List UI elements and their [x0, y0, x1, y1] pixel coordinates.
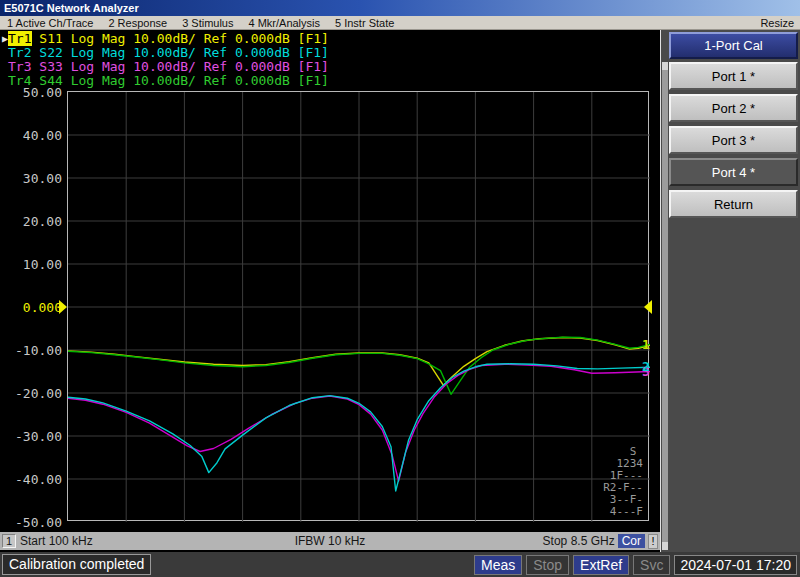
- cal-status-matrix: S 1234 1F--- R2-F-- 3--F- 4---F: [603, 446, 643, 518]
- softkey-panel: 1-Port Cal Port 1 * Port 2 * Port 3 * Po…: [660, 30, 800, 552]
- title-bar: E5071C Network Analyzer: [0, 0, 800, 16]
- softkey-port4-button[interactable]: Port 4 *: [669, 158, 798, 186]
- softkey-scrollbar[interactable]: [662, 62, 668, 550]
- analyzer-screen: ▶Tr1 S11 Log Mag 10.00dB/ Ref 0.000dB [F…: [0, 30, 660, 552]
- stop-frequency-label: Stop 8.5 GHz: [543, 533, 615, 549]
- trace-def-tr1[interactable]: ▶Tr1 S11 Log Mag 10.00dB/ Ref 0.000dB [F…: [2, 32, 329, 46]
- softkey-port3-button[interactable]: Port 3 *: [669, 126, 798, 154]
- trace2-id: Tr2: [8, 45, 31, 60]
- ref-level-marker-left-icon: [59, 300, 67, 314]
- plot-area: S 1234 1F--- R2-F-- 3--F- 4---F 132: [67, 91, 649, 521]
- trace-definitions: ▶Tr1 S11 Log Mag 10.00dB/ Ref 0.000dB [F…: [2, 32, 329, 88]
- trace-number-marker: 1: [642, 337, 656, 352]
- y-axis-label: 50.00: [0, 85, 62, 100]
- ifbw-label: IFBW 10 kHz: [295, 533, 366, 549]
- y-axis-label: 10.00: [0, 257, 62, 272]
- y-axis-label: -50.00: [0, 515, 62, 530]
- trace3-text: S33 Log Mag 10.00dB/ Ref 0.000dB [F1]: [32, 59, 329, 74]
- menu-stimulus[interactable]: 3 Stimulus: [182, 16, 233, 29]
- menu-spacer: [409, 16, 745, 29]
- ref-level-marker-right-icon: [644, 300, 652, 314]
- channel-number-box: 1: [2, 534, 16, 548]
- trace-def-tr3[interactable]: ▶Tr3 S33 Log Mag 10.00dB/ Ref 0.000dB [F…: [2, 60, 329, 74]
- menu-instr-state[interactable]: 5 Instr State: [335, 16, 394, 29]
- warning-indicator: !: [648, 534, 658, 549]
- trace4-text: S44 Log Mag 10.00dB/ Ref 0.000dB [F1]: [32, 73, 329, 88]
- softkey-return-button[interactable]: Return: [669, 190, 798, 218]
- softkey-port1-button[interactable]: Port 1 *: [669, 62, 798, 90]
- instrument-status-bar: Calibration completed Meas Stop ExtRef S…: [0, 552, 800, 577]
- y-axis-label: -30.00: [0, 429, 62, 444]
- channel-status-bar: 1 Start 100 kHz IFBW 10 kHz Stop 8.5 GHz…: [0, 532, 660, 550]
- y-axis-label: 40.00: [0, 128, 62, 143]
- message-box: Calibration completed: [2, 554, 151, 575]
- softkey-menu-title: 1-Port Cal: [669, 32, 798, 59]
- menu-mkr-analysis[interactable]: 4 Mkr/Analysis: [248, 16, 320, 29]
- app-window: E5071C Network Analyzer 1 Active Ch/Trac…: [0, 0, 800, 577]
- trace-def-tr2[interactable]: ▶Tr2 S22 Log Mag 10.00dB/ Ref 0.000dB [F…: [2, 46, 329, 60]
- menu-bar: 1 Active Ch/Trace 2 Response 3 Stimulus …: [0, 16, 800, 30]
- y-axis-label: -10.00: [0, 343, 62, 358]
- y-axis-reference-label: 0.000: [0, 300, 62, 315]
- start-frequency-label: Start 100 kHz: [20, 533, 93, 549]
- menu-active-ch-trace[interactable]: 1 Active Ch/Trace: [7, 16, 93, 29]
- resize-button[interactable]: Resize: [760, 16, 800, 29]
- extref-status-badge: ExtRef: [573, 555, 629, 575]
- y-axis-label: 20.00: [0, 214, 62, 229]
- y-axis-label: -40.00: [0, 472, 62, 487]
- trace-chart: [68, 92, 650, 522]
- correction-badge: Cor: [618, 534, 645, 548]
- trace3-id: Tr3: [8, 59, 31, 74]
- menu-response[interactable]: 2 Response: [108, 16, 167, 29]
- y-axis-label: -20.00: [0, 386, 62, 401]
- meas-status-badge: Meas: [474, 555, 522, 575]
- softkey-port2-button[interactable]: Port 2 *: [669, 94, 798, 122]
- svc-status-badge: Svc: [633, 555, 670, 575]
- trace2-text: S22 Log Mag 10.00dB/ Ref 0.000dB [F1]: [32, 45, 329, 60]
- trace1-id-badge: Tr1: [8, 31, 31, 46]
- y-axis-label: 30.00: [0, 171, 62, 186]
- stop-status-badge: Stop: [526, 555, 569, 575]
- trace-number-marker: 2: [642, 359, 656, 374]
- datetime-display: 2024-07-01 17:20: [674, 555, 797, 575]
- window-title: E5071C Network Analyzer: [4, 2, 139, 14]
- trace1-text: S11 Log Mag 10.00dB/ Ref 0.000dB [F1]: [32, 31, 329, 46]
